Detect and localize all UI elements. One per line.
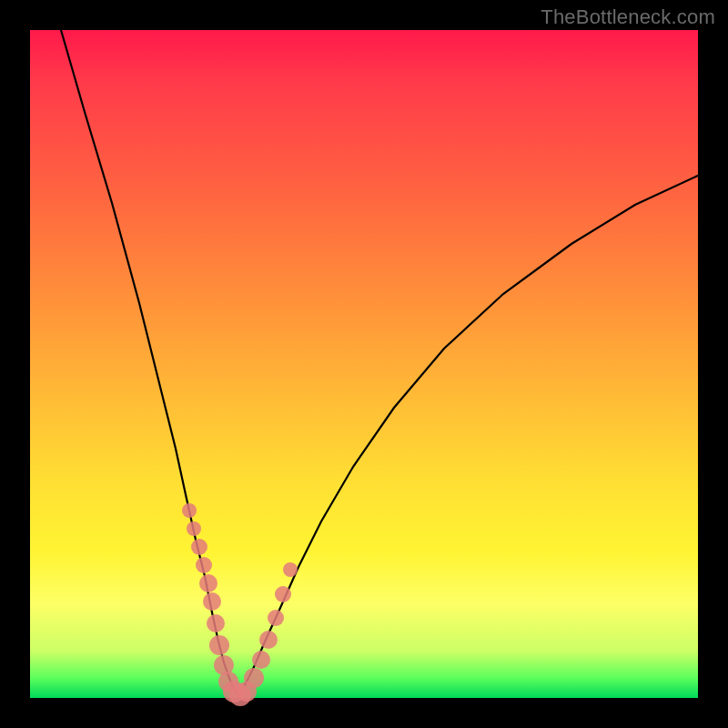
data-dot (182, 503, 197, 518)
watermark-text: TheBottleneck.com (541, 5, 715, 29)
data-dot (209, 635, 229, 655)
data-dot (207, 614, 225, 632)
data-dot (283, 562, 298, 577)
data-dot (187, 521, 201, 536)
data-dot (199, 574, 217, 592)
chart-frame: TheBottleneck.com (0, 0, 728, 728)
plot-area (30, 30, 698, 698)
chart-svg (30, 30, 698, 698)
data-dot (244, 668, 264, 688)
data-dot (275, 586, 291, 602)
data-dot (191, 539, 207, 555)
data-dot (203, 592, 221, 611)
data-dot (196, 557, 212, 573)
data-dot (252, 651, 270, 669)
curve-right (238, 176, 698, 695)
data-dot (259, 631, 278, 649)
data-dots (182, 503, 298, 706)
data-dot (268, 610, 284, 626)
